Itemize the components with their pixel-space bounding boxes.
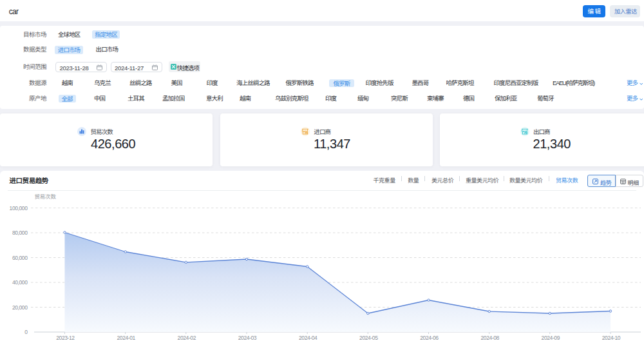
svg-text:2024-09: 2024-09 (542, 335, 560, 341)
svg-text:40,000: 40,000 (12, 279, 28, 286)
svg-text:2024-05: 2024-05 (359, 335, 378, 341)
svg-text:2024-10: 2024-10 (602, 335, 621, 341)
svg-text:2024-03: 2024-03 (238, 335, 257, 341)
svg-text:2024-01: 2024-01 (117, 335, 135, 341)
svg-text:2023-12: 2023-12 (56, 335, 75, 341)
svg-text:2024-06: 2024-06 (420, 335, 439, 341)
svg-text:0: 0 (24, 329, 28, 335)
svg-text:2024-08: 2024-08 (480, 335, 499, 341)
svg-text:60,000: 60,000 (12, 255, 28, 261)
svg-text:贸易次数: 贸易次数 (35, 192, 57, 200)
svg-text:2024-04: 2024-04 (299, 335, 317, 341)
svg-text:100,000: 100,000 (10, 205, 28, 211)
svg-text:2024-02: 2024-02 (178, 335, 196, 341)
svg-text:80,000: 80,000 (12, 230, 28, 236)
svg-text:20,000: 20,000 (12, 304, 28, 311)
